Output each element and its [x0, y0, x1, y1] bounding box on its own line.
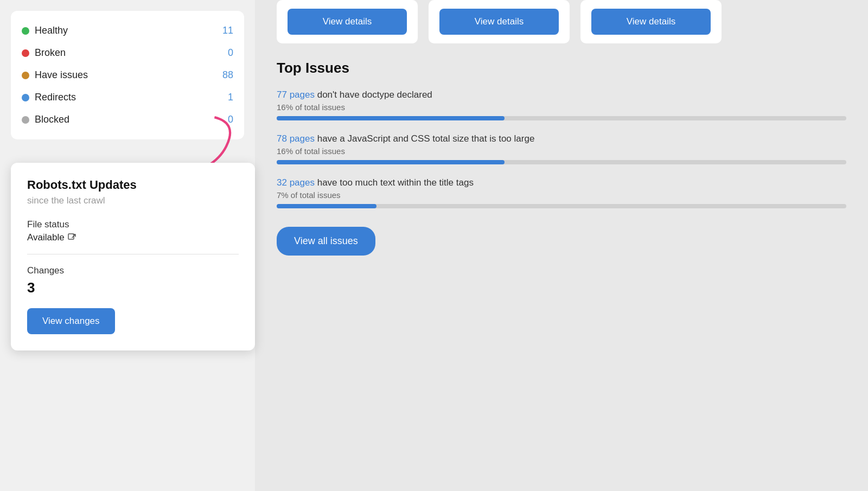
progress-bar-bg-1 [277, 116, 846, 120]
status-label: Redirects [35, 92, 76, 103]
issue-link-3[interactable]: 32 pages [277, 177, 315, 188]
status-item: Blocked 0 [22, 109, 233, 131]
popup-subtitle: since the last crawl [27, 195, 239, 206]
issue-item-2: 78 pages have a JavaScript and CSS total… [277, 133, 846, 164]
top-button-row: View details View details View details [277, 0, 846, 43]
changes-value: 3 [27, 279, 239, 296]
issue-percent-3: 7% of total issues [277, 190, 846, 200]
progress-bar-fill-2 [277, 160, 505, 164]
broken-dot [22, 49, 29, 57]
file-status-label: File status [27, 219, 239, 230]
divider [27, 254, 239, 254]
robots-txt-popup: Robots.txt Updates since the last crawl … [11, 163, 255, 350]
status-item-left: Redirects [22, 92, 76, 103]
have-issues-dot [22, 72, 29, 79]
view-changes-button[interactable]: View changes [27, 308, 115, 334]
status-label: Have issues [35, 69, 88, 81]
view-details-card-3: View details [580, 0, 722, 43]
status-item: Healthy 11 [22, 20, 233, 42]
changes-label: Changes [27, 265, 239, 276]
top-issues-title: Top Issues [277, 60, 846, 76]
status-item: Have issues 88 [22, 64, 233, 86]
blocked-dot [22, 116, 29, 124]
healthy-dot [22, 27, 29, 35]
progress-bar-fill-3 [277, 204, 376, 208]
issue-text-2: 78 pages have a JavaScript and CSS total… [277, 133, 846, 144]
status-count: 88 [222, 69, 233, 81]
status-item-left: Blocked [22, 114, 69, 125]
left-panel: Healthy 11 Broken 0 Have issues 88 Redir… [0, 0, 255, 491]
status-item: Redirects 1 [22, 86, 233, 109]
issue-link-1[interactable]: 77 pages [277, 90, 315, 100]
issue-link-2[interactable]: 78 pages [277, 133, 315, 144]
progress-bar-fill-1 [277, 116, 505, 120]
status-count: 11 [222, 25, 233, 36]
issues-list: 77 pages don't have doctype declared 16%… [277, 90, 846, 208]
view-details-button-2[interactable]: View details [439, 9, 559, 35]
issue-text-1: 77 pages don't have doctype declared [277, 90, 846, 100]
issue-item-1: 77 pages don't have doctype declared 16%… [277, 90, 846, 120]
status-label: Broken [35, 47, 66, 59]
status-item: Broken 0 [22, 42, 233, 64]
status-label: Healthy [35, 25, 68, 36]
view-details-card-1: View details [277, 0, 418, 43]
status-list: Healthy 11 Broken 0 Have issues 88 Redir… [11, 11, 244, 139]
view-all-issues-button[interactable]: View all issues [277, 227, 375, 256]
redirects-dot [22, 94, 29, 101]
status-count: 0 [228, 114, 233, 125]
status-item-left: Healthy [22, 25, 68, 36]
progress-bar-bg-3 [277, 204, 846, 208]
view-details-card-2: View details [429, 0, 570, 43]
file-status-value: Available [27, 232, 239, 243]
status-count: 0 [228, 47, 233, 59]
issue-item-3: 32 pages have too much text within the t… [277, 177, 846, 208]
popup-title: Robots.txt Updates [27, 178, 239, 192]
external-link-icon[interactable] [68, 233, 76, 242]
progress-bar-bg-2 [277, 160, 846, 164]
issue-text-3: 32 pages have too much text within the t… [277, 177, 846, 188]
status-count: 1 [228, 92, 233, 103]
status-item-left: Have issues [22, 69, 88, 81]
right-panel: View details View details View details T… [255, 0, 868, 491]
issue-percent-1: 16% of total issues [277, 103, 846, 112]
status-item-left: Broken [22, 47, 66, 59]
issue-percent-2: 16% of total issues [277, 146, 846, 156]
view-details-button-3[interactable]: View details [591, 9, 711, 35]
status-label: Blocked [35, 114, 69, 125]
top-issues-section: Top Issues 77 pages don't have doctype d… [277, 60, 846, 256]
view-details-button-1[interactable]: View details [288, 9, 407, 35]
